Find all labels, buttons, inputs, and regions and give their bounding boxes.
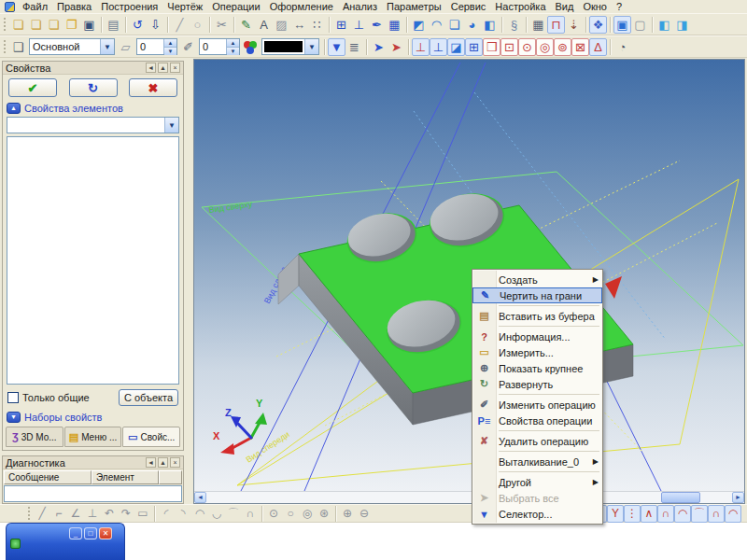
new-model-icon[interactable]: ❏ xyxy=(9,16,27,34)
text-icon[interactable]: A xyxy=(255,16,273,34)
select-element-red-icon[interactable]: ➤ xyxy=(388,38,405,56)
menu-item-7[interactable]: Параметры xyxy=(382,1,446,12)
context-menu-item-1[interactable]: ✎Чертить на грани xyxy=(472,287,602,303)
open-icon[interactable]: ❐ xyxy=(63,16,80,34)
grid-icon[interactable]: ▦ xyxy=(529,16,547,34)
import-icon[interactable]: ⇩ xyxy=(147,16,164,34)
spin-up-icon[interactable]: ▲ xyxy=(227,39,239,47)
context-menu-item-11[interactable]: P≡Свойства операции xyxy=(472,413,602,428)
spin-down-icon[interactable]: ▼ xyxy=(227,47,239,55)
context-menu-item-15[interactable]: Выталкивание_0▶ xyxy=(472,454,602,469)
close-icon[interactable]: × xyxy=(170,457,180,468)
sketch-perpendicular-icon[interactable]: ⊥ xyxy=(84,505,101,523)
pin-icon[interactable]: ⇣ xyxy=(565,16,583,34)
menu-item-6[interactable]: Анализ xyxy=(338,1,382,12)
circle-icon[interactable]: ○ xyxy=(189,16,206,34)
priority-brush-icon[interactable]: ✐ xyxy=(179,38,197,56)
menu-item-1[interactable]: Правка xyxy=(52,1,96,12)
props-list-icon[interactable]: ≣ xyxy=(345,38,363,56)
lcs-icon[interactable]: ⊥ xyxy=(350,16,368,34)
abc-triangle-icon[interactable]: ∆ xyxy=(589,38,607,56)
snap-dome-2-icon[interactable]: ◠ xyxy=(725,505,741,523)
layer-combo[interactable]: Основной ▼ xyxy=(29,38,115,55)
snap-dome-icon[interactable]: ◠ xyxy=(674,505,691,523)
spin-down-icon[interactable]: ▼ xyxy=(164,47,176,55)
diagnostics-list[interactable] xyxy=(4,485,182,502)
chevron-up-icon[interactable]: ▲ xyxy=(7,103,21,114)
undo-icon[interactable]: ↺ xyxy=(129,16,147,34)
toolbar-grip[interactable] xyxy=(3,17,7,32)
menu-item-8[interactable]: Сервис xyxy=(446,1,491,12)
trim-icon[interactable]: ✂ xyxy=(213,16,231,34)
circle-center-icon[interactable]: ⊙ xyxy=(265,505,282,523)
snap-peak-icon[interactable]: ∧ xyxy=(641,505,657,523)
arc-5-icon[interactable]: ⌒ xyxy=(225,505,242,523)
scroll-right-icon[interactable]: ► xyxy=(732,492,744,503)
operation-extrusion-icon[interactable]: ◩ xyxy=(410,16,428,34)
context-menu-item-10[interactable]: ✐Изменить операцию xyxy=(472,397,602,413)
only-common-checkbox[interactable] xyxy=(7,392,19,403)
context-menu-item-19[interactable]: ▼Селектор... xyxy=(472,506,602,522)
new-page-icon[interactable]: ❏ xyxy=(27,16,45,34)
menu-item-4[interactable]: Операции xyxy=(207,1,264,12)
tab-3d-model[interactable]: Ʒ 3D Мо... xyxy=(6,427,63,447)
scene-3d[interactable]: Вид сверху Вид спереди Вид слева xyxy=(194,60,744,491)
level-spinner[interactable]: 0 ▲▼ xyxy=(136,38,177,55)
workplane-icon[interactable]: ⊞ xyxy=(332,16,350,34)
context-menu-item-18[interactable]: ➤Выбрать все xyxy=(472,490,602,506)
operation-copy-icon[interactable]: ❏ xyxy=(445,16,463,34)
red-box-circle-icon[interactable]: ◎ xyxy=(536,38,554,56)
snap-arc-3-icon[interactable]: ∩ xyxy=(708,505,725,523)
arc-2-icon[interactable]: ◝ xyxy=(175,505,191,523)
tile-windows-icon[interactable]: ▦ xyxy=(386,16,403,34)
section-element-properties[interactable]: ▲ Свойства элементов xyxy=(3,100,183,116)
column-header-element[interactable]: Элемент xyxy=(92,470,159,484)
sketch-angle-icon[interactable]: ∠ xyxy=(67,505,84,523)
operation-section-icon[interactable]: ◧ xyxy=(481,16,499,34)
snap-arc-2-icon[interactable]: ∩ xyxy=(657,505,674,523)
rel-cs-icon[interactable]: ⊥ xyxy=(430,38,447,56)
red-box-icon[interactable]: ❒ xyxy=(483,38,500,56)
collapse-icon[interactable]: ▲ xyxy=(158,63,168,73)
minimize-button[interactable]: _ xyxy=(69,527,82,539)
red-box-x-icon[interactable]: ⊠ xyxy=(571,38,589,56)
apply-button[interactable]: ✔ xyxy=(8,78,57,97)
operation-boolean-icon[interactable]: ◕ xyxy=(463,16,481,34)
snap-ortho-icon[interactable]: ⋮ xyxy=(624,505,641,523)
sketch-curve-2-icon[interactable]: ↷ xyxy=(118,505,134,523)
sketch-curve-1-icon[interactable]: ↶ xyxy=(101,505,118,523)
select-element-blue-icon[interactable]: ➤ xyxy=(370,38,388,56)
operation-rotation-icon[interactable]: ◠ xyxy=(428,16,445,34)
context-menu-item-13[interactable]: ✘Удалить операцию xyxy=(472,433,602,449)
circle-plain-icon[interactable]: ○ xyxy=(282,505,299,523)
diagnostics-panel-title[interactable]: Диагностика ◄ ▲ × xyxy=(3,456,183,469)
snap-magnet-icon[interactable]: ⊓ xyxy=(547,16,565,34)
snap-chord-icon[interactable]: ⌒ xyxy=(691,505,708,523)
line-icon[interactable]: ╱ xyxy=(171,16,189,34)
attach-icon[interactable]: § xyxy=(505,16,523,34)
scroll-left-icon[interactable]: ◄ xyxy=(194,492,206,503)
menu-item-10[interactable]: Вид xyxy=(551,1,579,12)
color-palette-icon[interactable] xyxy=(242,38,260,56)
shaded-box-icon[interactable]: ▢ xyxy=(631,16,649,34)
menu-item-5[interactable]: Оформление xyxy=(265,1,338,12)
refresh-button[interactable]: ↻ xyxy=(69,78,118,97)
chevron-down-icon[interactable]: ▼ xyxy=(7,412,21,423)
plane-flag-icon[interactable]: ◪ xyxy=(447,38,465,56)
maximize-button[interactable]: □ xyxy=(84,527,97,539)
wireframe-box-icon[interactable]: ▣ xyxy=(613,16,631,34)
section-property-sets[interactable]: ▼ Наборы свойств xyxy=(3,409,183,425)
crosshair-plus-icon[interactable]: ⊕ xyxy=(339,505,356,523)
crosshair-minus-icon[interactable]: ⊖ xyxy=(356,505,373,523)
properties-list[interactable] xyxy=(7,136,179,385)
abs-cs-icon[interactable]: ⊥ xyxy=(412,38,430,56)
arc-3-icon[interactable]: ◠ xyxy=(191,505,208,523)
menu-item-11[interactable]: Окно xyxy=(578,1,612,12)
chevron-down-icon[interactable]: ▼ xyxy=(304,39,318,54)
collapse-icon[interactable]: ▲ xyxy=(158,457,168,468)
context-menu-item-5[interactable]: ?Информация... xyxy=(472,329,602,344)
circle-two-icon[interactable]: ◎ xyxy=(299,505,316,523)
color-combo[interactable]: ▼ xyxy=(261,38,319,55)
context-menu-item-6[interactable]: ▭Измерить... xyxy=(472,344,602,360)
arc-4-icon[interactable]: ◡ xyxy=(208,505,225,523)
